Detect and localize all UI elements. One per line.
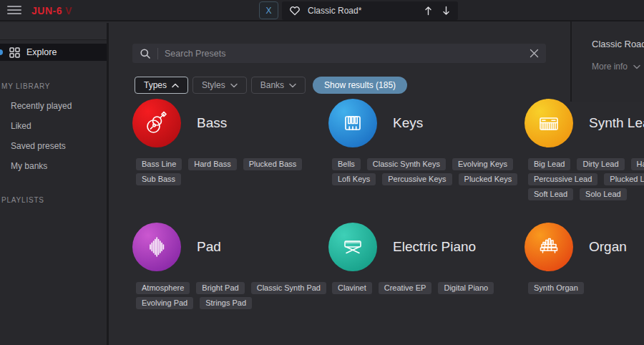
tag-chip-percussive-keys[interactable]: Percussive Keys (382, 173, 452, 185)
styles-filter-button[interactable]: Styles (192, 77, 247, 94)
search-bar (132, 44, 546, 63)
category-card-synth-lead: Synth LeadBig LeadDirty LeadHard LeadPer… (525, 99, 644, 223)
category-tags: AtmosphereBright PadClassic Synth PadEvo… (136, 282, 328, 309)
tag-chip-percussive-lead[interactable]: Percussive Lead (528, 173, 597, 185)
tag-row: Percussive LeadPlucked Lead (528, 173, 644, 185)
tag-chip-bells[interactable]: Bells (332, 158, 361, 170)
category-header[interactable]: Bass (132, 99, 328, 147)
sidebar-item-recently-played[interactable]: Recently played (0, 96, 107, 116)
sidebar-item-explore[interactable]: Explore (0, 44, 107, 61)
tag-chip-plucked-bass[interactable]: Plucked Bass (243, 158, 303, 170)
current-preset-name: Classic Road* (308, 6, 424, 16)
tag-chip-soft-lead[interactable]: Soft Lead (528, 188, 573, 200)
category-header[interactable]: Electric Piano (328, 223, 525, 271)
my-library-section-label: MY LIBRARY (1, 82, 107, 90)
styles-filter-label: Styles (202, 80, 225, 90)
explore-label: Explore (26, 47, 57, 57)
category-card-organ: OrganSynth Organ (525, 223, 644, 345)
close-browser-button[interactable]: X (259, 1, 278, 19)
types-filter-button[interactable]: Types (135, 77, 188, 94)
logo-name: JUN-6 (31, 5, 62, 16)
preset-name-bar[interactable]: Classic Road* (282, 1, 458, 20)
category-title: Electric Piano (393, 239, 476, 255)
tag-row: ClavinetCreative EPDigital Piano (332, 282, 525, 294)
tag-chip-creative-ep[interactable]: Creative EP (379, 282, 432, 294)
tag-row: AtmosphereBright PadClassic Synth Pad (136, 282, 328, 294)
tag-chip-hard-lead[interactable]: Hard Lead (631, 158, 644, 170)
chevron-down-icon (230, 83, 238, 88)
category-title: Pad (197, 239, 221, 255)
search-icon (140, 48, 151, 59)
tag-chip-classic-synth-pad[interactable]: Classic Synth Pad (251, 282, 326, 294)
tag-chip-big-lead[interactable]: Big Lead (528, 158, 570, 170)
electric-piano-icon[interactable] (328, 223, 377, 271)
tag-chip-strings-pad[interactable]: Strings Pad (200, 297, 252, 309)
bass-icon[interactable] (132, 99, 181, 147)
explore-grid-icon (9, 47, 20, 58)
browser-main-panel: Types Styles Banks Show results (185) Cl… (111, 23, 644, 345)
playlists-section-label: PLAYLISTS (1, 196, 107, 204)
search-divider (157, 48, 158, 59)
like-heart-icon[interactable] (289, 5, 301, 16)
sidebar-item-liked[interactable]: Liked (0, 116, 107, 136)
sidebar-item-my-banks[interactable]: My banks (0, 156, 107, 176)
tag-chip-bright-pad[interactable]: Bright Pad (196, 282, 244, 294)
tag-chip-digital-piano[interactable]: Digital Piano (438, 282, 494, 294)
tag-chip-evolving-keys[interactable]: Evolving Keys (452, 158, 513, 170)
synth-lead-icon[interactable] (525, 99, 573, 147)
app-logo: JUN-6V (31, 5, 72, 16)
tag-chip-solo-lead[interactable]: Solo Lead (580, 188, 627, 200)
tag-chip-evolving-pad[interactable]: Evolving Pad (136, 297, 193, 309)
tag-chip-classic-synth-keys[interactable]: Classic Synth Keys (367, 158, 446, 170)
chevron-down-icon (289, 83, 296, 88)
tag-chip-hard-bass[interactable]: Hard Bass (188, 158, 236, 170)
active-indicator-dot (0, 49, 3, 55)
logo-version: V (65, 5, 72, 16)
tag-row: Bass LineHard BassPlucked Bass (136, 158, 328, 170)
tag-chip-dirty-lead[interactable]: Dirty Lead (577, 158, 624, 170)
pad-icon[interactable] (132, 223, 181, 271)
sidebar: Explore MY LIBRARY Recently playedLikedS… (0, 23, 109, 345)
library-items-list: Recently playedLikedSaved presetsMy bank… (0, 96, 107, 176)
tag-chip-bass-line[interactable]: Bass Line (136, 158, 182, 170)
types-filter-label: Types (144, 80, 167, 90)
tag-row: Synth Organ (528, 282, 644, 294)
category-tags: Synth Organ (528, 282, 644, 294)
next-preset-arrow-down-icon[interactable] (441, 5, 451, 16)
category-tags: ClavinetCreative EPDigital Piano (332, 282, 525, 294)
tag-row: Sub Bass (136, 173, 328, 185)
show-results-button[interactable]: Show results (185) (313, 77, 407, 94)
previous-preset-arrow-up-icon[interactable] (424, 5, 433, 16)
category-tags: Bass LineHard BassPlucked BassSub Bass (136, 158, 328, 185)
tag-row: Soft LeadSolo Lead (528, 188, 644, 200)
category-card-bass: BassBass LineHard BassPlucked BassSub Ba… (132, 99, 328, 223)
banks-filter-button[interactable]: Banks (251, 77, 306, 94)
search-input[interactable] (165, 49, 530, 59)
category-card-keys: KeysBellsClassic Synth KeysEvolving Keys… (328, 99, 525, 223)
tag-chip-synth-organ[interactable]: Synth Organ (528, 282, 584, 294)
category-header[interactable]: Pad (132, 223, 328, 271)
more-info-label: More info (592, 62, 628, 72)
category-header[interactable]: Synth Lead (525, 99, 644, 147)
tag-chip-atmosphere[interactable]: Atmosphere (136, 282, 190, 294)
tag-row: Evolving PadStrings Pad (136, 297, 328, 309)
category-header[interactable]: Keys (328, 99, 525, 147)
tag-chip-lofi-keys[interactable]: Lofi Keys (332, 173, 376, 185)
tag-chip-sub-bass[interactable]: Sub Bass (136, 173, 181, 185)
hamburger-menu-icon[interactable] (7, 6, 21, 14)
tag-chip-clavinet[interactable]: Clavinet (332, 282, 372, 294)
category-tags: Big LeadDirty LeadHard LeadPercussive Le… (528, 158, 644, 200)
tag-row: Lofi KeysPercussive KeysPlucked Keys (332, 173, 525, 185)
keys-icon[interactable] (328, 99, 377, 147)
category-title: Keys (393, 115, 423, 131)
chevron-up-icon (172, 83, 179, 88)
tag-chip-plucked-lead[interactable]: Plucked Lead (604, 173, 644, 185)
sidebar-item-saved-presets[interactable]: Saved presets (0, 136, 107, 156)
clear-search-icon[interactable] (530, 49, 539, 58)
category-header[interactable]: Organ (525, 223, 644, 271)
more-info-toggle[interactable]: More info (592, 62, 644, 72)
banks-filter-label: Banks (260, 80, 284, 90)
organ-icon[interactable] (525, 223, 573, 271)
category-title: Bass (197, 115, 227, 131)
tag-chip-plucked-keys[interactable]: Plucked Keys (459, 173, 518, 185)
